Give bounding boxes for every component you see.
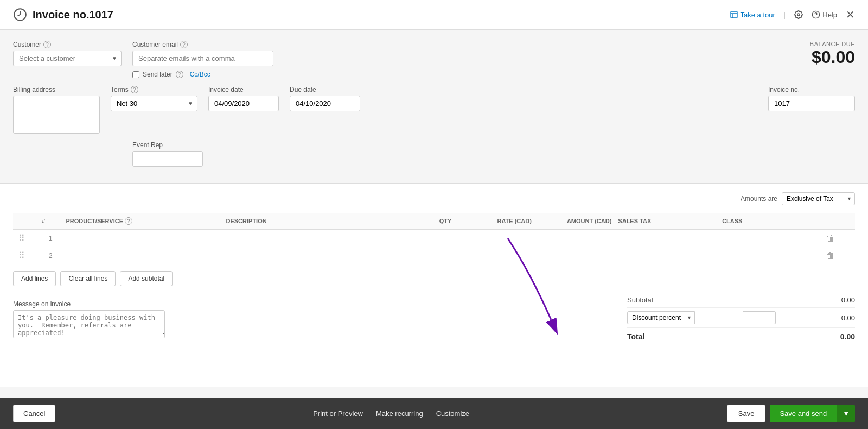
qty-input-2[interactable] [402, 251, 451, 261]
help-icon [812, 10, 820, 19]
product-cell [62, 247, 222, 264]
table-row: ⠿ 1 🗑 [13, 230, 855, 247]
invoice-date-input[interactable] [208, 96, 279, 111]
customer-email-input[interactable] [132, 51, 273, 66]
svg-point-2 [797, 14, 800, 16]
tour-icon [730, 10, 738, 19]
settings-button[interactable] [794, 10, 803, 19]
customer-field-group: Customer ? ▼ [13, 41, 122, 66]
bottom-section: Message on invoice Subtotal 0.00 [13, 293, 855, 378]
invoice-no-label: Invoice no. [768, 86, 855, 93]
th-product: PRODUCT/SERVICE ? [62, 213, 222, 230]
discount-input[interactable] [743, 311, 776, 324]
amount-cell [535, 230, 615, 247]
th-rate: RATE (CAD) [455, 213, 535, 230]
discount-select-wrap: Discount percent Discount value ▼ [627, 311, 695, 324]
amounts-select[interactable]: Exclusive of Tax Inclusive of Tax Out of… [782, 192, 855, 205]
balance-due-block: BALANCE DUE $0.00 [810, 41, 855, 67]
product-help-icon[interactable]: ? [125, 217, 132, 225]
message-textarea[interactable] [13, 310, 165, 338]
form-top-section: Customer ? ▼ Customer email ? Send later… [0, 30, 868, 184]
th-amount: AMOUNT (CAD) [535, 213, 615, 230]
event-rep-label: Event Rep [132, 141, 203, 149]
due-date-input[interactable] [290, 96, 360, 111]
class-cell [719, 247, 823, 264]
rate-cell [455, 230, 535, 247]
rate-input-1[interactable] [458, 234, 532, 243]
total-value: 0.00 [840, 332, 855, 341]
invoice-table: # PRODUCT/SERVICE ? DESCRIPTION QTY RATE… [13, 213, 855, 264]
gear-icon [794, 10, 803, 19]
billing-address-textarea[interactable] [13, 96, 100, 134]
take-tour-link[interactable]: Take a tour [730, 10, 775, 19]
th-delete [823, 213, 855, 230]
amount-input-1[interactable] [538, 234, 612, 243]
invoice-date-field-group: Invoice date [208, 86, 279, 111]
discount-type-select[interactable]: Discount percent Discount value [627, 311, 695, 324]
tax-input-1[interactable] [618, 234, 716, 243]
tax-cell [615, 230, 719, 247]
description-input-2[interactable] [226, 251, 396, 261]
terms-select[interactable]: Net 30 Net 15 Net 60 Due on receipt [111, 96, 197, 111]
row-number: 1 [39, 230, 62, 247]
add-subtotal-button[interactable]: Add subtotal [120, 271, 173, 286]
invoice-icon [13, 8, 27, 22]
discount-value: 0.00 [828, 314, 855, 322]
invoice-date-label: Invoice date [208, 86, 279, 93]
class-input-1[interactable] [722, 234, 820, 243]
customer-email-label: Customer email ? [132, 41, 273, 48]
qty-input-1[interactable] [402, 234, 451, 243]
event-rep-row: Event Rep [13, 141, 855, 167]
class-input-2[interactable] [722, 251, 820, 261]
description-input-1[interactable] [226, 234, 396, 243]
customer-email-help-icon[interactable]: ? [180, 41, 188, 48]
page-title: Invoice no.1017 [33, 9, 113, 21]
th-drag [13, 213, 39, 230]
form-row-bottom: Billing address Terms ? Net 30 Net 15 Ne… [13, 86, 855, 134]
amount-input-2[interactable] [538, 251, 612, 261]
th-description: DESCRIPTION [223, 213, 399, 230]
billing-address-field-group: Billing address [13, 86, 100, 134]
help-button[interactable]: Help [812, 10, 837, 19]
product-input-2[interactable] [66, 251, 219, 261]
clear-all-lines-button[interactable]: Clear all lines [60, 271, 116, 286]
header-left: Invoice no.1017 [13, 8, 113, 22]
form-row-top: Customer ? ▼ Customer email ? Send later… [13, 41, 855, 78]
summary-section: Subtotal 0.00 Discount percent Discount … [627, 293, 855, 345]
customer-input[interactable] [13, 51, 122, 66]
action-buttons: Add lines Clear all lines Add subtotal [13, 271, 855, 286]
cc-bcc-link[interactable]: Cc/Bcc [190, 71, 210, 78]
tax-cell [615, 247, 719, 264]
qty-cell [399, 230, 455, 247]
event-rep-input[interactable] [132, 151, 203, 167]
add-lines-button[interactable]: Add lines [13, 271, 56, 286]
balance-due-label: BALANCE DUE [810, 41, 855, 47]
drag-handle-cell: ⠿ [13, 247, 39, 264]
tax-input-2[interactable] [618, 251, 716, 261]
send-later-row: Send later ? Cc/Bcc [132, 71, 273, 78]
amount-cell [535, 247, 615, 264]
close-button[interactable]: ✕ [846, 8, 855, 21]
customer-select-wrap: ▼ [13, 51, 122, 66]
rate-input-2[interactable] [458, 251, 532, 261]
drag-handle-icon[interactable]: ⠿ [16, 251, 27, 260]
invoice-no-field-group: Invoice no. [768, 86, 855, 111]
customer-help-icon[interactable]: ? [43, 41, 51, 48]
terms-field-group: Terms ? Net 30 Net 15 Net 60 Due on rece… [111, 86, 197, 111]
invoice-no-input[interactable] [768, 96, 855, 111]
table-header: # PRODUCT/SERVICE ? DESCRIPTION QTY RATE… [13, 213, 855, 230]
send-later-checkbox[interactable] [132, 71, 139, 78]
total-label: Total [627, 332, 644, 341]
terms-label: Terms ? [111, 86, 197, 93]
terms-help-icon[interactable]: ? [131, 86, 138, 93]
delete-row-icon[interactable]: 🗑 [826, 251, 835, 260]
th-tax: SALES TAX [615, 213, 719, 230]
th-hash: # [39, 213, 62, 230]
drag-handle-icon[interactable]: ⠿ [16, 234, 27, 243]
delete-row-icon[interactable]: 🗑 [826, 234, 835, 243]
product-input-1[interactable] [66, 234, 219, 243]
balance-due-amount: $0.00 [810, 47, 855, 67]
send-later-help-icon[interactable]: ? [176, 71, 183, 78]
due-date-field-group: Due date [290, 86, 360, 111]
drag-handle-cell: ⠿ [13, 230, 39, 247]
